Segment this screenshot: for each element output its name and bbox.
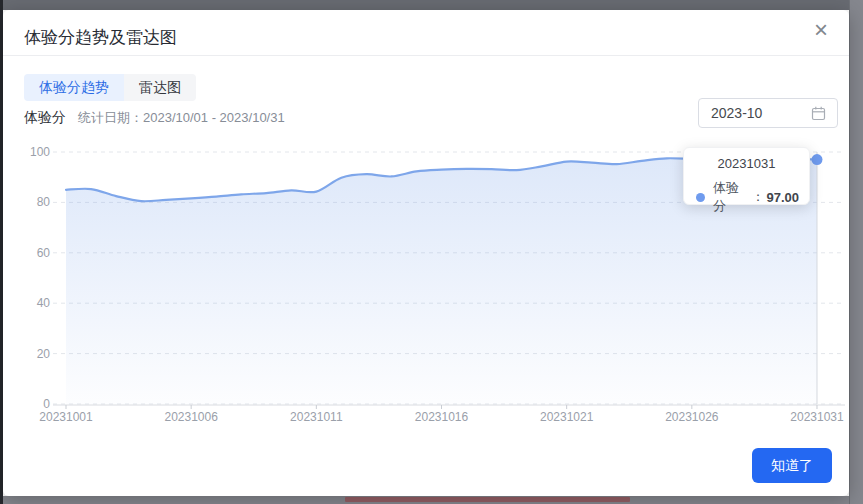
svg-text:80: 80 bbox=[37, 195, 51, 209]
svg-text:20231016: 20231016 bbox=[415, 410, 469, 424]
svg-text:100: 100 bbox=[30, 145, 50, 159]
tooltip-separator: ： bbox=[751, 188, 764, 206]
modal-dialog: 体验分趋势及雷达图 × 体验分趋势 雷达图 体验分 统计日期：2023/10/0… bbox=[3, 10, 849, 496]
tooltip-series-label: 体验分 bbox=[713, 179, 749, 215]
header-divider bbox=[3, 55, 849, 56]
modal-title: 体验分趋势及雷达图 bbox=[24, 26, 177, 49]
svg-text:20: 20 bbox=[37, 347, 51, 361]
tab-experience-trend[interactable]: 体验分趋势 bbox=[24, 74, 124, 101]
tooltip-series-dot bbox=[696, 193, 705, 202]
background-artifact bbox=[345, 497, 630, 502]
background-page-top bbox=[0, 0, 863, 10]
tooltip-title: 20231031 bbox=[684, 156, 809, 171]
svg-text:20231011: 20231011 bbox=[290, 410, 343, 424]
svg-text:40: 40 bbox=[37, 296, 51, 310]
svg-text:20231031: 20231031 bbox=[790, 410, 844, 424]
confirm-button[interactable]: 知道了 bbox=[752, 448, 832, 483]
tab-radar-chart[interactable]: 雷达图 bbox=[124, 74, 196, 101]
month-picker[interactable]: 2023-10 bbox=[698, 98, 838, 128]
svg-text:20231006: 20231006 bbox=[164, 410, 218, 424]
month-picker-value: 2023-10 bbox=[711, 105, 811, 121]
background-scrollbar-area bbox=[849, 0, 863, 504]
metric-label: 体验分 bbox=[24, 109, 66, 127]
screen: 体验分趋势及雷达图 × 体验分趋势 雷达图 体验分 统计日期：2023/10/0… bbox=[0, 0, 863, 504]
chart-meta-row: 体验分 统计日期：2023/10/01 - 2023/10/31 bbox=[24, 109, 285, 127]
svg-text:20231026: 20231026 bbox=[665, 410, 719, 424]
stat-date-range: 统计日期：2023/10/01 - 2023/10/31 bbox=[78, 109, 285, 127]
svg-text:0: 0 bbox=[43, 397, 50, 411]
tooltip-series-row: 体验分 ： 97.00 bbox=[696, 179, 799, 215]
close-icon[interactable]: × bbox=[807, 16, 835, 44]
tab-group: 体验分趋势 雷达图 bbox=[24, 74, 196, 101]
svg-text:60: 60 bbox=[37, 246, 51, 260]
background-page-bottom bbox=[0, 496, 863, 504]
tooltip-value: 97.00 bbox=[766, 190, 799, 205]
chart-tooltip: 20231031 体验分 ： 97.00 bbox=[683, 147, 810, 205]
svg-text:20231021: 20231021 bbox=[540, 410, 594, 424]
calendar-icon bbox=[811, 106, 826, 121]
svg-text:20231001: 20231001 bbox=[39, 410, 93, 424]
